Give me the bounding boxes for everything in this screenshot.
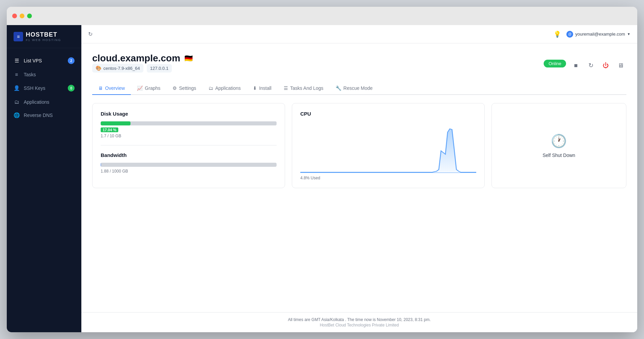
sidebar: ≡ HOSTBET #1 WEB HOSTING ☰ List VPS 2 ≡ … (7, 25, 81, 332)
tab-rescue-icon: 🔧 (336, 85, 341, 91)
sidebar-item-label: Tasks (24, 72, 36, 77)
sidebar-nav: ☰ List VPS 2 ≡ Tasks 👤 SSH Keys 0 🗂 Appl… (7, 48, 81, 332)
title-bar (7, 7, 637, 25)
cpu-title: CPU (300, 111, 476, 117)
maximize-button[interactable] (27, 14, 32, 18)
disk-card: Disk Usage 17.04 % 1.7 / 10 GB (92, 103, 285, 188)
ssh-keys-icon: 👤 (14, 85, 20, 91)
server-ip: 127.0.0.1 (150, 66, 168, 71)
sidebar-item-tasks[interactable]: ≡ Tasks (7, 68, 81, 81)
status-badge: Online (544, 60, 566, 67)
bulb-icon[interactable]: 💡 (554, 31, 561, 38)
tab-rescue-mode[interactable]: 🔧 Rescue Mode (329, 82, 379, 95)
footer-timezone: All times are GMT Asia/Kolkata . The tim… (88, 317, 630, 322)
sidebar-logo: ≡ HOSTBET #1 WEB HOSTING (7, 25, 81, 48)
shutdown-label: Self Shut Down (543, 153, 576, 158)
sidebar-item-label: SSH Keys (24, 85, 45, 91)
server-actions: ■ ↻ ⏻ 🖥 (570, 60, 626, 71)
bandwidth-title: Bandwidth (101, 152, 277, 158)
cards-grid: Disk Usage 17.04 % 1.7 / 10 GB (92, 103, 626, 188)
os-icon: 🎨 (96, 65, 101, 71)
tabs: 🖥 Overview 📈 Graphs ⚙ Settings 🗂 Applica… (92, 82, 626, 95)
user-avatar: @ (566, 31, 573, 38)
sidebar-item-list-vps[interactable]: ☰ List VPS 2 (7, 54, 81, 68)
stop-button[interactable]: ■ (570, 60, 582, 71)
topbar-left: ↻ (88, 31, 93, 37)
reverse-dns-icon: 🌐 (14, 112, 20, 118)
sidebar-item-label: List VPS (24, 58, 42, 63)
user-menu[interactable]: @ youremail@example.com ▼ (566, 31, 630, 38)
tab-overview-icon: 🖥 (98, 85, 103, 91)
tab-rescue-label: Rescue Mode (343, 85, 373, 91)
refresh-button[interactable]: ↻ (88, 31, 93, 37)
cpu-chart-svg (300, 122, 476, 173)
server-meta: 🎨 centos-7.9-x86_64 127.0.0.1 (92, 64, 193, 73)
ssh-keys-badge: 0 (68, 85, 75, 92)
close-button[interactable] (12, 14, 17, 18)
tab-tasks-logs[interactable]: ☰ Tasks And Logs (278, 82, 329, 95)
tab-overview-label: Overview (105, 85, 125, 91)
tab-overview[interactable]: 🖥 Overview (92, 82, 131, 95)
restart-button[interactable]: ↻ (585, 60, 597, 71)
topbar: ↻ 💡 @ youremail@example.com ▼ (81, 25, 637, 43)
tab-graphs-icon: 📈 (137, 85, 143, 91)
cpu-used-label: 4.8% Used (300, 176, 476, 180)
self-shutdown-card[interactable]: 🕐 Self Shut Down (491, 103, 626, 188)
sidebar-item-label: Applications (24, 99, 49, 105)
server-name: cloud.example.com (92, 53, 180, 64)
disk-progress-fill (101, 121, 130, 125)
bandwidth-usage-label: 1.88 / 1000 GB (101, 169, 277, 174)
disk-percent-label: 17.04 % (101, 127, 118, 132)
disk-title: Disk Usage (101, 111, 277, 117)
tab-install-label: Install (259, 85, 271, 91)
console-button[interactable]: 🖥 (615, 60, 626, 71)
main-content: ↻ 💡 @ youremail@example.com ▼ (81, 25, 637, 332)
tab-tasks-logs-icon: ☰ (284, 85, 288, 91)
disk-usage-section: Disk Usage 17.04 % 1.7 / 10 GB (101, 111, 277, 138)
disk-usage-label: 1.7 / 10 GB (101, 134, 277, 138)
tab-applications-icon: 🗂 (208, 85, 213, 91)
tab-install-icon: ⬇ (253, 85, 257, 91)
bandwidth-progress-fill (101, 163, 101, 167)
cpu-card: CPU (292, 103, 485, 188)
tab-graphs-label: Graphs (145, 85, 160, 91)
tab-settings-label: Settings (179, 85, 196, 91)
sidebar-item-reverse-dns[interactable]: 🌐 Reverse DNS (7, 108, 81, 122)
tab-settings[interactable]: ⚙ Settings (166, 82, 202, 95)
tab-applications-label: Applications (215, 85, 241, 91)
user-dropdown-icon: ▼ (627, 32, 630, 36)
minimize-button[interactable] (20, 14, 24, 18)
server-os: centos-7.9-x86_64 (103, 66, 140, 71)
list-vps-badge: 2 (68, 57, 75, 64)
server-flag: 🇩🇪 (184, 54, 193, 62)
power-button[interactable]: ⏻ (600, 60, 611, 71)
server-header: cloud.example.com 🇩🇪 🎨 centos-7.9-x86_64… (92, 53, 626, 78)
tab-tasks-logs-label: Tasks And Logs (290, 85, 323, 91)
shutdown-clock-icon: 🕐 (551, 134, 567, 148)
bandwidth-progress-container (101, 163, 277, 167)
sidebar-item-ssh-keys[interactable]: 👤 SSH Keys 0 (7, 81, 81, 95)
sidebar-item-applications[interactable]: 🗂 Applications (7, 95, 81, 108)
topbar-right: 💡 @ youremail@example.com ▼ (554, 31, 630, 38)
footer-company: HostBet Cloud Technologies Private Limit… (88, 323, 630, 327)
content-area: cloud.example.com 🇩🇪 🎨 centos-7.9-x86_64… (81, 43, 637, 312)
applications-icon: 🗂 (14, 99, 20, 105)
tab-install[interactable]: ⬇ Install (247, 82, 278, 95)
cpu-chart (300, 122, 476, 173)
sidebar-item-label: Reverse DNS (24, 113, 53, 118)
user-email-text: youremail@example.com (575, 32, 625, 37)
server-os-tag: 🎨 centos-7.9-x86_64 (92, 64, 143, 73)
logo-tagline: #1 WEB HOSTING (26, 38, 61, 42)
cpu-chart-area (300, 129, 476, 173)
server-title-row: cloud.example.com 🇩🇪 (92, 53, 193, 64)
footer: All times are GMT Asia/Kolkata . The tim… (81, 312, 637, 332)
tab-graphs[interactable]: 📈 Graphs (131, 82, 166, 95)
tab-settings-icon: ⚙ (173, 85, 177, 91)
disk-progress-container (101, 121, 277, 125)
tab-applications[interactable]: 🗂 Applications (202, 82, 247, 95)
bandwidth-section: Bandwidth 1.88 / 1000 GB (101, 152, 277, 174)
logo-name: HOSTBET (26, 31, 61, 38)
traffic-lights (12, 14, 32, 18)
list-vps-icon: ☰ (14, 58, 20, 64)
tasks-icon: ≡ (14, 72, 20, 77)
